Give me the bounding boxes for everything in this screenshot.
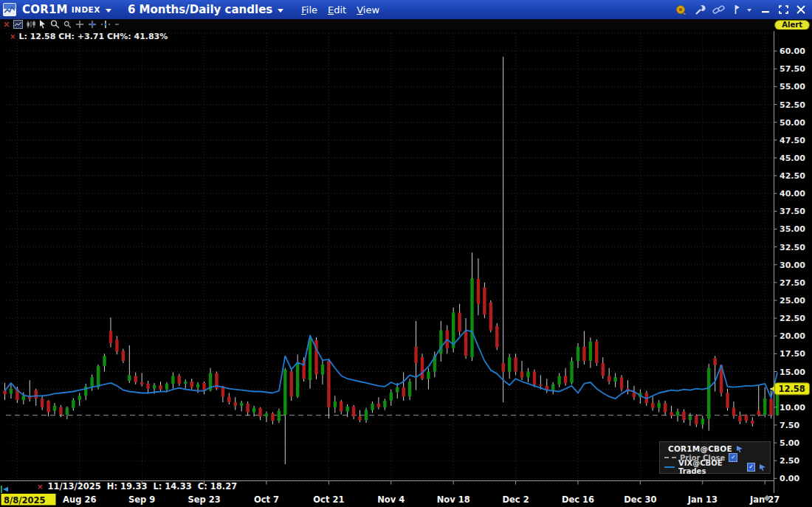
candle-body: [526, 372, 529, 378]
candle-body: [283, 370, 286, 415]
bar-spacing-icon[interactable]: [100, 20, 111, 29]
link-icon[interactable]: [712, 4, 725, 15]
overflow-caret-icon[interactable]: [114, 20, 120, 29]
price-chart[interactable]: 0.002.505.007.5010.0012.5015.0017.5020.0…: [0, 30, 812, 507]
close-button[interactable]: [796, 4, 806, 15]
axis-scroll-marker-icon[interactable]: [1, 483, 10, 497]
pin-icon[interactable]: [732, 4, 740, 15]
candlestick-tool-icon[interactable]: [27, 20, 35, 29]
candle-body: [564, 376, 567, 383]
y-axis-label: 47.50: [780, 136, 805, 145]
y-axis-label: 20.00: [780, 331, 805, 341]
title-bar: COR1M INDEX 6 Months/Daily candles File …: [0, 0, 812, 19]
candle-body: [664, 403, 667, 413]
y-axis-labels[interactable]: 0.002.505.007.5010.0012.5015.0017.5020.0…: [774, 46, 806, 483]
tools-overflow-caret-icon[interactable]: [747, 9, 751, 12]
candle-body: [352, 407, 355, 417]
menu-view[interactable]: View: [357, 4, 379, 15]
candle-body: [271, 413, 274, 421]
period-dropdown-caret-icon[interactable]: [278, 9, 283, 13]
window-controls: [760, 4, 806, 15]
candle-body: [682, 412, 685, 421]
close-chart-icon[interactable]: [4, 20, 10, 29]
candle-body: [41, 399, 44, 407]
candle-body: [377, 404, 380, 407]
candle-body: [713, 358, 716, 365]
candle-body: [66, 408, 69, 415]
candle-body: [557, 376, 560, 384]
candle-body: [72, 400, 75, 408]
vix-series-label: VIX@CBOE Trades: [678, 459, 743, 475]
alert-button[interactable]: Alert: [774, 20, 810, 30]
candle-body: [551, 384, 554, 390]
x-axis-label: Dec 2: [502, 494, 529, 505]
wrench-icon[interactable]: [694, 4, 706, 15]
candle-body: [153, 385, 156, 389]
zoom-out-icon[interactable]: [63, 20, 72, 29]
candle-body: [769, 399, 772, 415]
dismiss-status-icon[interactable]: ×: [37, 483, 43, 491]
candle-body: [346, 407, 349, 412]
candle-body: [738, 415, 741, 421]
candle-body: [676, 412, 679, 416]
candle-body: [477, 279, 480, 304]
x-axis-label: Dec 16: [562, 494, 594, 505]
menu-file[interactable]: File: [301, 4, 317, 15]
chart-window-icon[interactable]: [13, 20, 23, 29]
pointer-tool-icon[interactable]: [39, 20, 47, 29]
chart-region[interactable]: 0.002.505.007.5010.0012.5015.0017.5020.0…: [0, 30, 812, 507]
y-axis-label: 52.50: [780, 100, 805, 110]
candle-body: [290, 372, 293, 397]
symbol-dropdown-caret-icon[interactable]: [106, 9, 111, 13]
candlestick-series: [3, 57, 779, 464]
candle-body: [321, 365, 324, 375]
menu-bar: File Edit View: [301, 4, 379, 15]
candle-body: [414, 347, 417, 363]
candle-body: [278, 411, 281, 421]
candle-body: [757, 411, 760, 415]
candle-body: [115, 339, 118, 351]
x-axis-label: Sep 23: [187, 494, 220, 505]
legend-item-vix: VIX@CBOE Trades ✓: [664, 462, 766, 472]
vix-checkbox[interactable]: ✓: [747, 463, 755, 472]
y-axis-label: 30.00: [780, 261, 805, 270]
dismiss-readout-icon[interactable]: ×: [10, 32, 16, 41]
candle-body: [365, 410, 368, 421]
quote-search-icon[interactable]: [675, 4, 687, 15]
candle-body: [396, 387, 399, 393]
x-axis-label: Sep 9: [128, 494, 155, 505]
app-window: { "window": { "symbol": "COR1M", "symbol…: [0, 0, 812, 507]
titlebar-tools: [675, 4, 751, 15]
candle-body: [165, 384, 168, 390]
candle-body: [327, 361, 330, 407]
vix-cursor-icon[interactable]: [759, 460, 766, 474]
crosshair-marker-icon[interactable]: [88, 20, 97, 29]
candle-body: [178, 376, 181, 384]
candle-body: [390, 392, 393, 401]
candle-body: [202, 383, 205, 390]
menu-edit[interactable]: Edit: [328, 4, 346, 15]
candle-body: [103, 356, 106, 366]
candle-body: [464, 331, 467, 356]
candle-body: [296, 362, 299, 396]
candle-body: [258, 408, 261, 417]
candle-body: [90, 377, 93, 387]
minimize-button[interactable]: [760, 4, 771, 15]
x-axis-label: Aug 26: [63, 494, 96, 505]
zoom-in-icon[interactable]: [50, 20, 60, 29]
candle-body: [227, 396, 230, 402]
candle-body: [159, 385, 162, 390]
crosshair-icon[interactable]: [75, 20, 84, 29]
candle-body: [184, 382, 187, 384]
candle-body: [651, 403, 654, 408]
candle-body: [701, 418, 704, 424]
legend-title-row: COR1M@CBOE: [664, 444, 766, 453]
crosshair-text: 11/13/2025 H: 19.33 L: 14.33 C: 18.27: [47, 481, 237, 492]
x-axis-label: Oct 21: [313, 494, 344, 505]
candle-body: [745, 415, 748, 421]
maximize-button[interactable]: [778, 4, 788, 15]
candle-body: [520, 372, 523, 378]
candle-body: [670, 413, 672, 416]
period-selector[interactable]: 6 Months/Daily candles: [128, 3, 272, 16]
y-axis-label: 35.00: [780, 224, 805, 234]
